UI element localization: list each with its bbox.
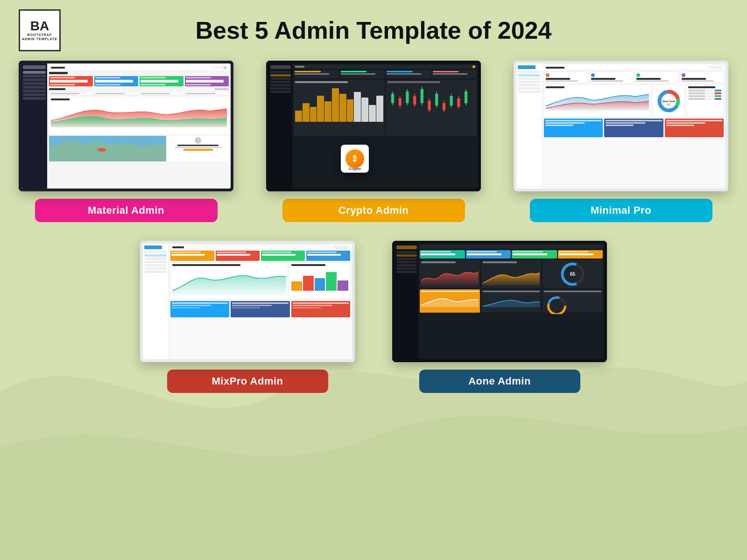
mixpro-admin-card[interactable]: MixPro Admin xyxy=(140,241,355,393)
svg-text:953: 953 xyxy=(667,103,671,106)
bottom-cards-row: MixPro Admin xyxy=(19,241,728,393)
logo: BA BOOTSTRAP ADMIN TEMPLATE xyxy=(19,9,61,51)
mixpro-admin-label[interactable]: MixPro Admin xyxy=(167,370,328,393)
svg-point-1 xyxy=(97,148,106,152)
page-title: Best 5 Admin Template of 2024 xyxy=(70,16,728,44)
top-cards-row: Material Admin xyxy=(19,61,728,222)
material-admin-card[interactable]: Material Admin xyxy=(19,61,233,222)
header: BA BOOTSTRAP ADMIN TEMPLATE Best 5 Admin… xyxy=(19,9,728,51)
aone-admin-screenshot: 65 xyxy=(392,241,607,362)
aone-admin-card[interactable]: 65 xyxy=(392,241,607,393)
crypto-coin-icon: ₿ xyxy=(345,149,364,168)
svg-text:New York: New York xyxy=(662,100,675,103)
crypto-admin-card[interactable]: ₿ Crypto Crypto Admin xyxy=(266,61,481,222)
aone-admin-label[interactable]: Aone Admin xyxy=(419,370,580,393)
minimal-pro-screenshot: New York 953 xyxy=(514,61,728,191)
minimal-pro-card[interactable]: New York 953 xyxy=(514,61,728,222)
crypto-admin-label[interactable]: Crypto Admin xyxy=(282,199,465,222)
mixpro-admin-screenshot xyxy=(140,241,355,362)
material-admin-label[interactable]: Material Admin xyxy=(35,199,218,222)
minimal-pro-label[interactable]: Minimal Pro xyxy=(530,199,712,222)
crypto-overlay-logo: ₿ Crypto xyxy=(341,145,369,173)
svg-text:65: 65 xyxy=(570,272,576,277)
material-admin-screenshot xyxy=(19,61,233,191)
logo-letters: BA xyxy=(30,20,49,33)
page-content: BA BOOTSTRAP ADMIN TEMPLATE Best 5 Admin… xyxy=(0,0,747,402)
logo-text: BOOTSTRAP ADMIN TEMPLATE xyxy=(22,33,57,41)
crypto-admin-screenshot: ₿ Crypto xyxy=(266,61,481,191)
